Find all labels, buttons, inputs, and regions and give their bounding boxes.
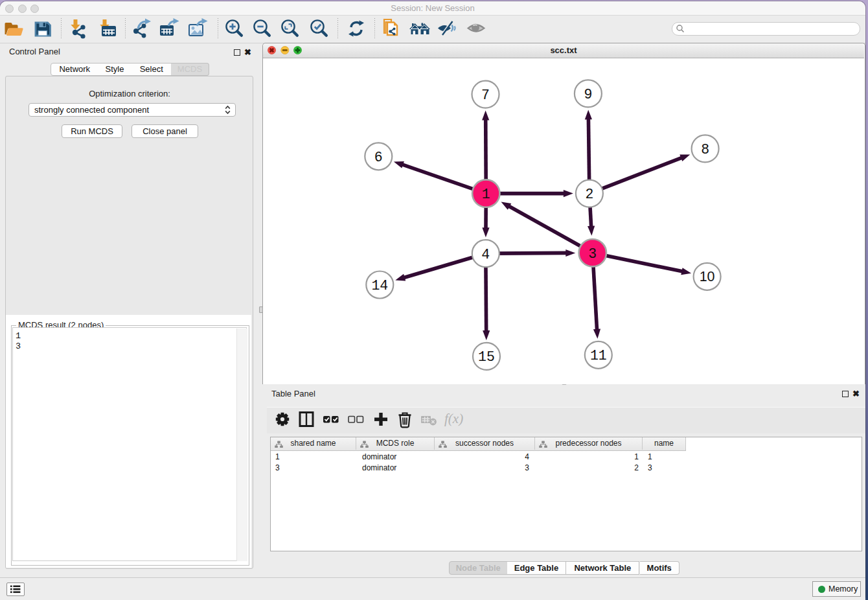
svg-text:14: 14 (371, 278, 388, 294)
svg-text:6: 6 (374, 150, 383, 165)
svg-text:8: 8 (701, 142, 709, 157)
svg-text:9: 9 (584, 87, 592, 102)
svg-text:2: 2 (585, 187, 593, 202)
svg-text:1: 1 (482, 187, 490, 202)
svg-text:10: 10 (700, 269, 715, 284)
svg-text:3: 3 (588, 246, 597, 262)
svg-text:4: 4 (481, 247, 490, 262)
svg-text:15: 15 (478, 349, 495, 365)
svg-text:7: 7 (481, 87, 490, 103)
svg-text:11: 11 (590, 348, 607, 363)
